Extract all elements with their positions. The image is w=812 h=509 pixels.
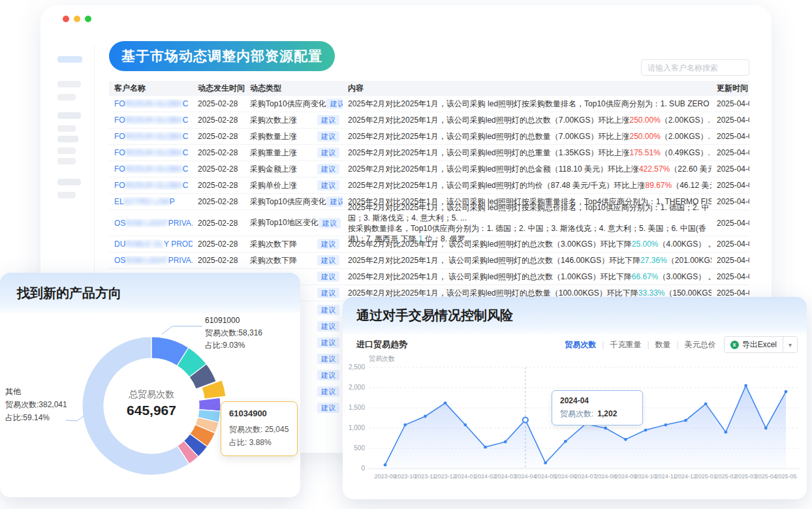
- window-minimize-button[interactable]: [74, 16, 80, 22]
- donut-tooltip: 61034900 贸易次数: 25,045 占比: 3.88%: [221, 401, 298, 456]
- y-tick-label: 0: [361, 465, 365, 472]
- table-row: FOROSUN GLOBA C2025-02-28采购次数上涨建议2025年2月…: [109, 112, 749, 129]
- customer-name-link[interactable]: ELECTRO LAM P: [109, 197, 193, 206]
- suggestion-badge: 建议: [317, 370, 339, 380]
- data-point[interactable]: [785, 390, 788, 393]
- suggestion-badge: 建议: [317, 180, 339, 191]
- data-point[interactable]: [444, 401, 447, 405]
- x-tick-label: 2024-06: [555, 473, 576, 480]
- x-tick-label: 2024-11: [655, 473, 676, 480]
- metric-tab-2[interactable]: 千克重量: [610, 339, 641, 350]
- dynamic-date: 2025-02-28: [193, 256, 245, 265]
- dynamic-type: 采购Top10供应商变化建议: [245, 99, 343, 110]
- skeleton-bar: [57, 179, 81, 185]
- product-panel-title: 找到新的产品方向: [17, 285, 121, 302]
- skeleton-bar: [57, 94, 76, 100]
- suggestion-badge: 建议: [317, 255, 339, 266]
- customer-name-link[interactable]: FOROSUN GLOBA C: [109, 132, 193, 141]
- update-date: 2025-04-01: [711, 239, 749, 249]
- dynamic-type: 采购重量上涨建议: [245, 147, 343, 159]
- window-zoom-button[interactable]: [85, 16, 91, 22]
- data-point[interactable]: [604, 427, 607, 430]
- customer-name-link[interactable]: FOROSUN GLOBA C: [109, 164, 193, 174]
- dynamic-type: 采购Top10地区变化建议: [245, 217, 343, 228]
- data-point[interactable]: [764, 427, 768, 430]
- data-point[interactable]: [684, 419, 687, 422]
- chevron-down-icon[interactable]: ▾: [783, 341, 797, 348]
- table-row: FOROSUN GLOBA C2025-02-28采购单价上涨建议2025年2月…: [109, 177, 749, 194]
- skeleton-bar: [57, 81, 81, 87]
- data-point[interactable]: [564, 440, 567, 443]
- x-tick-label: 2024-09: [615, 473, 636, 480]
- x-tick-label: 2024-03: [495, 473, 516, 480]
- window-close-button[interactable]: [63, 16, 69, 22]
- excel-icon: x: [730, 341, 739, 349]
- x-tick-label: 2024-08: [595, 473, 616, 480]
- x-tick-label: 2024-02: [475, 473, 496, 480]
- skeleton-bar: [57, 147, 76, 154]
- metric-tab-1[interactable]: 贸易次数: [565, 339, 596, 350]
- x-tick-label: 2025-05: [775, 473, 796, 480]
- data-point[interactable]: [544, 461, 547, 465]
- data-point[interactable]: [424, 415, 427, 418]
- metric-tabs: 贸易次数|千克重量|数量|美元总价: [565, 339, 715, 350]
- col-dynamic-time: 动态发生时间: [193, 83, 245, 94]
- dynamic-content: 2025年2月对比2025年1月，该公司采购led照明灯的总数量（7.00KGS…: [343, 132, 711, 142]
- y-tick-label: 500: [354, 444, 365, 452]
- search-box: [641, 59, 749, 76]
- dynamic-content: 2025年2月对比2025年1月， 该公司采购led照明灯的总次数（1.00KG…: [343, 272, 711, 282]
- customer-name-link[interactable]: FOROSUN GLOBA C: [109, 116, 193, 125]
- customer-name-link[interactable]: OSRAM LIGHT PRIVA...: [109, 256, 193, 265]
- table-row: OSRAM LIGHT PRIVA... 2025-02-28采购Top10地区…: [109, 210, 749, 236]
- line-chart[interactable]: 05001,0001,5002,0002,500贸易次数 2023-092023…: [343, 354, 807, 499]
- customer-name-link[interactable]: FOROSUN GLOBA C: [109, 99, 193, 108]
- data-point[interactable]: [484, 446, 487, 449]
- customer-name-link[interactable]: DURABLE GL Y PROD...: [109, 239, 193, 249]
- customer-name-link[interactable]: FOROSUN GLOBA C: [109, 148, 193, 157]
- customer-name-link[interactable]: FOROSUN GLOBA C: [109, 181, 193, 190]
- search-input[interactable]: [642, 63, 751, 72]
- dynamic-content: 2025年2月对比2025年1月，该公司采购 led照明灯按采购数量排名，Top…: [343, 99, 711, 109]
- data-point[interactable]: [704, 402, 708, 405]
- dynamic-content: 2025年2月对比2025年1月，该公司采购led照明灯的总重量（1.35KGS…: [343, 148, 711, 158]
- data-point[interactable]: [725, 431, 728, 434]
- update-date: 2025-04-01: [711, 132, 749, 141]
- dynamic-date: 2025-02-28: [193, 219, 245, 228]
- col-dynamic-type: 动态类型: [245, 83, 343, 94]
- data-point[interactable]: [384, 463, 387, 467]
- risk-panel-title: 通过对手交易情况控制风险: [356, 307, 513, 324]
- dynamic-type: 采购数量上涨建议: [245, 131, 343, 142]
- product-panel-header: 找到新的产品方向: [0, 273, 300, 313]
- dynamic-date: 2025-02-28: [193, 148, 245, 157]
- x-tick-label: 2023-09: [374, 473, 396, 480]
- data-point[interactable]: [644, 429, 648, 432]
- skeleton-bar: [57, 158, 76, 164]
- x-tick-label: 2024-05: [535, 473, 556, 480]
- col-customer-name: 客户名称: [109, 83, 193, 94]
- data-point[interactable]: [504, 440, 507, 444]
- col-update-time: 更新时间: [711, 83, 749, 94]
- data-point[interactable]: [403, 424, 407, 427]
- skeleton-bar: [57, 112, 81, 119]
- data-point[interactable]: [744, 384, 747, 388]
- tab-separator: |: [647, 340, 649, 349]
- suggestion-badge: 建议: [317, 131, 339, 142]
- metric-tab-4[interactable]: 美元总价: [685, 339, 716, 350]
- suggestion-badge: 建议: [317, 239, 339, 249]
- dynamic-content: 2025年2月对比2025年1月， 该公司采购led照明灯的总次数（146.00…: [343, 256, 711, 266]
- risk-panel-header: 通过对手交易情况控制风险: [343, 297, 807, 334]
- highlighted-data-point[interactable]: [523, 417, 528, 422]
- skeleton-bar: [57, 192, 76, 198]
- customer-name-link[interactable]: OSRAM LIGHT PRIVA...: [109, 219, 193, 228]
- metric-tab-3[interactable]: 数量: [655, 339, 671, 350]
- panel-risk-control: 通过对手交易情况控制风险 进口贸易趋势 贸易次数|千克重量|数量|美元总价 x …: [343, 297, 807, 499]
- data-point[interactable]: [463, 424, 467, 427]
- dynamic-date: 2025-02-28: [193, 239, 245, 249]
- x-tick-label: 2023-11: [414, 473, 435, 480]
- x-tick-label: 2023-12: [435, 473, 456, 480]
- export-excel-button[interactable]: x 导出Excel ▾: [724, 336, 798, 353]
- data-point[interactable]: [624, 438, 627, 441]
- data-point[interactable]: [664, 424, 667, 427]
- donut-callout-61091000: 61091000 贸易次数:58,316 占比:9.03%: [205, 315, 262, 352]
- update-date: 2025-04-01: [711, 164, 749, 174]
